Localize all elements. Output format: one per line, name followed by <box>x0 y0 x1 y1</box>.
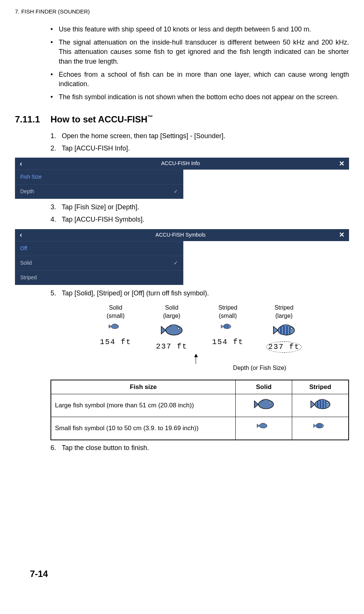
depth-value: 154 ft <box>95 337 136 347</box>
bullet-item: The signal attenuation on the inside-hul… <box>51 38 349 66</box>
fish-striped-large-icon <box>273 323 295 338</box>
depth-value: 154 ft <box>207 337 248 347</box>
annotation-label: Depth (or Fish Size) <box>233 365 286 371</box>
step-1: 1.Open the home screen, then tap [Settin… <box>51 131 349 141</box>
step-text: Tap [ACCU-FISH Info]. <box>62 145 130 152</box>
section-number: 7.11.1 <box>15 113 51 126</box>
bullet-item: The fish symbol indication is not shown … <box>51 92 349 102</box>
table-header: Fish size <box>51 380 236 394</box>
chapter-header: 7. FISH FINDER (SOUNDER) <box>15 7 349 15</box>
panel-title: ACCU-FISH Symbols <box>27 231 334 239</box>
option-depth[interactable]: Depth ✓ <box>15 184 183 199</box>
step-text: Open the home screen, then tap [Settings… <box>62 132 225 140</box>
fish-symbol-samples: Solid(small) 154 ft Solid(large) 237 ft … <box>51 304 349 353</box>
table-header: Striped <box>292 380 349 394</box>
fish-sublabel: (large) <box>275 313 293 319</box>
fish-solid-large-icon <box>160 323 183 338</box>
check-icon: ✓ <box>174 188 178 195</box>
option-fish-size[interactable]: Fish Size <box>15 170 183 184</box>
fish-striped-large-icon <box>310 397 331 411</box>
page-number: 7-14 <box>30 568 48 580</box>
depth-value-highlighted: 237 ft <box>266 341 302 353</box>
step-3: 3.Tap [Fish Size] or [Depth]. <box>51 203 349 212</box>
table-header: Solid <box>236 380 292 394</box>
step-text: Tap [ACCU-FISH Symbols]. <box>62 216 144 223</box>
close-icon[interactable]: ✕ <box>334 230 349 240</box>
back-icon[interactable]: ‹ <box>15 230 27 240</box>
table-row: Small fish symbol (10 to 50 cm (3.9. to … <box>51 417 349 440</box>
option-label: Off <box>20 245 27 252</box>
step-text: Tap the close button to finish. <box>62 444 149 452</box>
fish-label: Solid <box>109 304 122 311</box>
step-text: Tap [Solid], [Striped] or [Off] (turn of… <box>62 289 209 297</box>
panel-title: ACCU-FISH Info <box>27 160 334 167</box>
table-cell: Small fish symbol (10 to 50 cm (3.9. to … <box>51 417 236 440</box>
fish-solid-large-icon <box>254 397 274 411</box>
fish-striped-small-icon <box>220 323 235 333</box>
accu-fish-info-panel: ‹ ACCU-FISH Info ✕ Fish Size Depth ✓ <box>15 158 349 199</box>
bullet-item: Use this feature with ship speed of 10 k… <box>51 25 349 34</box>
fish-label: Solid <box>165 304 178 311</box>
option-label: Striped <box>20 274 37 282</box>
fish-striped-small-icon <box>313 422 328 432</box>
depth-value: 237 ft <box>151 341 192 352</box>
step-text: Tap [Fish Size] or [Depth]. <box>62 203 139 211</box>
intro-bullets: Use this feature with ship speed of 10 k… <box>51 25 349 102</box>
back-icon[interactable]: ‹ <box>15 159 27 168</box>
close-icon[interactable]: ✕ <box>334 159 349 168</box>
fish-label: Striped <box>275 304 294 311</box>
fish-sublabel: (small) <box>107 313 125 319</box>
bullet-item: Echoes from a school of fish can be in m… <box>51 70 349 89</box>
check-icon: ✓ <box>174 259 178 267</box>
fish-solid-small-icon <box>108 323 123 333</box>
section-title: How to set ACCU-FISH™ <box>51 113 153 126</box>
fish-sublabel: (large) <box>163 313 180 319</box>
arrow-icon <box>196 354 196 364</box>
option-solid[interactable]: Solid ✓ <box>15 256 183 270</box>
step-2: 2.Tap [ACCU-FISH Info]. <box>51 144 349 153</box>
fish-solid-small-icon <box>256 422 271 432</box>
accu-fish-symbols-panel: ‹ ACCU-FISH Symbols ✕ Off Solid ✓ Stripe… <box>15 229 349 285</box>
step-5: 5.Tap [Solid], [Striped] or [Off] (turn … <box>51 289 349 298</box>
option-striped[interactable]: Striped <box>15 270 183 285</box>
option-label: Fish Size <box>20 173 42 181</box>
option-label: Solid <box>20 259 32 267</box>
table-row: Large fish symbol (more than 51 cm (20.0… <box>51 394 349 417</box>
fish-sublabel: (small) <box>219 313 237 319</box>
table-cell: Large fish symbol (more than 51 cm (20.0… <box>51 394 236 417</box>
fish-label: Striped <box>218 304 238 311</box>
step-4: 4.Tap [ACCU-FISH Symbols]. <box>51 215 349 224</box>
option-label: Depth <box>20 188 34 195</box>
step-6: 6.Tap the close button to finish. <box>51 443 349 453</box>
fish-size-table: Fish size Solid Striped Large fish symbo… <box>51 380 349 440</box>
option-off[interactable]: Off <box>15 241 183 256</box>
